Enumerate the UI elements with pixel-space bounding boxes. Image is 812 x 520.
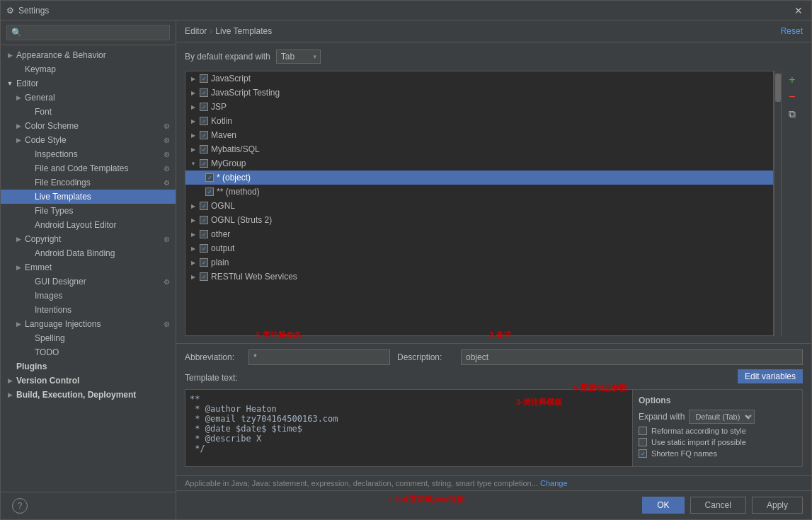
ok-button[interactable]: OK: [642, 497, 684, 514]
search-input[interactable]: [6, 25, 170, 40]
reset-link[interactable]: Reset: [781, 26, 803, 36]
checkbox-jsp[interactable]: [200, 103, 208, 111]
sidebar-item-font[interactable]: Font: [1, 105, 176, 119]
group-header-jsp[interactable]: ▶ JSP: [185, 100, 773, 114]
group-name: RESTful Web Services: [211, 272, 297, 282]
expand-select[interactable]: Tab Enter Space: [276, 50, 321, 64]
checkbox-output[interactable]: [200, 244, 208, 253]
sidebar-item-label: Intentions: [35, 305, 72, 315]
options-title: Options: [639, 395, 796, 405]
remove-template-button[interactable]: −: [784, 89, 800, 105]
toolbar-buttons: + − ⧉: [781, 71, 803, 336]
checkbox-mygroup[interactable]: [200, 159, 208, 168]
applicable-row: Applicable in Java; Java: statement, exp…: [176, 475, 811, 490]
sidebar-item-code-style[interactable]: ▶ Code Style ⚙: [1, 133, 176, 147]
arrow-icon: ▶: [190, 231, 197, 238]
expand-with-row: Expand with Default (Tab) Tab Enter Spac…: [639, 410, 796, 424]
close-button[interactable]: ✕: [791, 5, 806, 16]
group-header-other[interactable]: ▶ other: [185, 227, 773, 241]
template-group-javascript: ▶ JavaScript: [185, 71, 773, 86]
abbreviation-input[interactable]: [248, 349, 390, 365]
sidebar-item-plugins[interactable]: Plugins: [1, 359, 176, 374]
static-import-checkbox[interactable]: [639, 438, 647, 446]
sidebar-item-file-types[interactable]: File Types: [1, 204, 176, 218]
sidebar-item-intentions[interactable]: Intentions: [1, 303, 176, 317]
checkbox-ognl-struts[interactable]: [200, 216, 208, 224]
sidebar-item-language-injections[interactable]: ▶ Language Injections ⚙: [1, 317, 176, 331]
group-header-mybatis[interactable]: ▶ Mybatis/SQL: [185, 142, 773, 156]
apply-button[interactable]: Apply: [752, 497, 803, 514]
sidebar-item-label: File and Code Templates: [35, 163, 129, 173]
group-header-js-testing[interactable]: ▶ JavaScript Testing: [185, 86, 773, 100]
sidebar-item-label: Code Style: [25, 135, 67, 145]
shorten-checkbox[interactable]: [639, 449, 647, 458]
sidebar-item-spelling[interactable]: Spelling: [1, 331, 176, 345]
sidebar-item-todo[interactable]: TODO: [1, 345, 176, 359]
template-item-method[interactable]: ** (method): [185, 185, 773, 199]
checkbox-kotlin[interactable]: [200, 117, 208, 125]
template-item-object[interactable]: * (object): [185, 171, 773, 185]
templates-list: ▶ JavaScript ▶ JavaScript Tes: [185, 71, 773, 335]
sidebar-item-general[interactable]: ▶ General: [1, 91, 176, 105]
right-panel: Editor › Live Templates Reset By default…: [176, 21, 811, 519]
search-bar: [1, 21, 176, 45]
checkbox-javascript[interactable]: [200, 74, 208, 83]
checkbox-maven[interactable]: [200, 131, 208, 139]
sidebar-item-android-layout[interactable]: Android Layout Editor: [1, 218, 176, 232]
cancel-button[interactable]: Cancel: [690, 497, 746, 514]
help-button[interactable]: ?: [12, 498, 28, 514]
template-textarea[interactable]: ** * @author Heaton * @email tzy70416450…: [185, 389, 633, 467]
sidebar-item-color-scheme[interactable]: ▶ Color Scheme ⚙: [1, 119, 176, 133]
sidebar-item-label: Editor: [16, 79, 38, 88]
sidebar-item-live-templates[interactable]: Live Templates: [1, 190, 176, 204]
main-content: ▶ Appearance & Behavior Keymap ▼ Editor …: [1, 21, 811, 519]
sidebar-item-emmet[interactable]: ▶ Emmet: [1, 260, 176, 275]
template-group-mygroup: ▼ MyGroup * (object): [185, 156, 773, 199]
checkbox-js-testing[interactable]: [200, 88, 208, 97]
edit-variables-button[interactable]: Edit variables: [738, 369, 803, 383]
sidebar-item-inspections[interactable]: Inspections ⚙: [1, 147, 176, 161]
checkbox-restful[interactable]: [200, 272, 208, 281]
group-header-mygroup[interactable]: ▼ MyGroup: [185, 156, 773, 171]
group-header-javascript[interactable]: ▶ JavaScript: [185, 71, 773, 86]
static-import-label: Use static import if possible: [651, 438, 746, 446]
copy-template-button[interactable]: ⧉: [784, 106, 800, 122]
change-link[interactable]: Change: [540, 479, 568, 487]
sidebar-item-android-data[interactable]: Android Data Binding: [1, 246, 176, 260]
checkbox-method[interactable]: [205, 187, 214, 196]
group-header-ognl-struts[interactable]: ▶ OGNL (Struts 2): [185, 213, 773, 227]
group-header-maven[interactable]: ▶ Maven: [185, 128, 773, 142]
options-expand-select[interactable]: Default (Tab) Tab Enter Space: [689, 410, 755, 424]
settings-icon: ⚙: [164, 320, 170, 328]
checkbox-object[interactable]: [205, 173, 214, 182]
breadcrumb: Editor › Live Templates Reset: [176, 21, 811, 42]
sidebar-item-version-control[interactable]: ▶ Version Control: [1, 374, 176, 388]
template-group-js-testing: ▶ JavaScript Testing: [185, 86, 773, 100]
sidebar-item-file-encodings[interactable]: File Encodings ⚙: [1, 175, 176, 190]
sidebar-item-label: Keymap: [25, 64, 56, 74]
description-input[interactable]: [461, 349, 803, 365]
settings-icon: ⚙: [164, 278, 170, 286]
sidebar-item-keymap[interactable]: Keymap: [1, 62, 176, 76]
sidebar-item-copyright[interactable]: ▶ Copyright ⚙: [1, 232, 176, 246]
template-item-name: * (object): [217, 173, 251, 183]
group-header-restful[interactable]: ▶ RESTful Web Services: [185, 270, 773, 284]
sidebar-item-editor[interactable]: ▼ Editor: [1, 76, 176, 91]
group-name: plain: [211, 258, 229, 267]
add-template-button[interactable]: +: [784, 72, 800, 88]
checkbox-ognl[interactable]: [200, 202, 208, 210]
group-header-kotlin[interactable]: ▶ Kotlin: [185, 114, 773, 128]
template-item-name: ** (method): [217, 187, 260, 197]
checkbox-mybatis[interactable]: [200, 145, 208, 154]
group-header-ognl[interactable]: ▶ OGNL: [185, 199, 773, 213]
sidebar-item-file-code-templates[interactable]: File and Code Templates ⚙: [1, 161, 176, 175]
group-header-output[interactable]: ▶ output: [185, 241, 773, 255]
checkbox-plain[interactable]: [200, 258, 208, 267]
checkbox-other[interactable]: [200, 230, 208, 238]
sidebar-item-build-execution[interactable]: ▶ Build, Execution, Deployment: [1, 388, 176, 402]
sidebar-item-images[interactable]: Images: [1, 289, 176, 303]
group-header-plain[interactable]: ▶ plain: [185, 255, 773, 270]
reformat-checkbox[interactable]: [639, 427, 647, 435]
sidebar-item-appearance[interactable]: ▶ Appearance & Behavior: [1, 48, 176, 62]
sidebar-item-gui-designer[interactable]: GUI Designer ⚙: [1, 275, 176, 289]
